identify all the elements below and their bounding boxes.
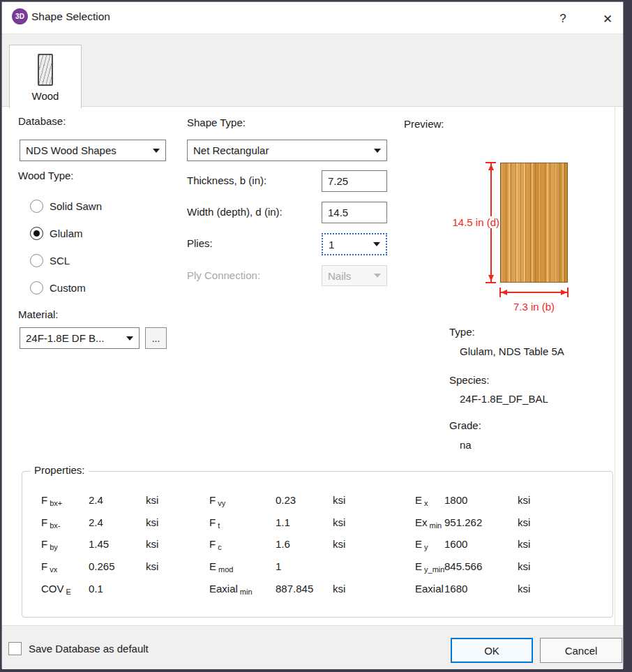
dim-line-horizontal [499,292,569,293]
type-value: Glulam, NDS Table 5A [460,345,564,357]
width-depth-input[interactable]: 14.5 [322,202,387,223]
radio-circle-icon [30,254,43,267]
shape-type-dropdown[interactable]: Net Rectangular [187,140,387,161]
tab-wood-label: Wood [32,90,59,102]
ply-connection-dropdown[interactable]: Nails [322,265,387,286]
property-value: 1680 [444,583,467,595]
radio-circle-icon [30,227,43,240]
chevron-down-icon [374,274,381,278]
property-label: Fby [41,538,58,550]
property-value: 2.4 [89,494,103,506]
radio-solid-sawn[interactable]: Solid Sawn [30,199,102,213]
species-label: Species: [449,374,490,386]
material-dropdown-value: 24F-1.8E DF B... [26,332,105,344]
property-value: 0.265 [89,560,115,572]
cancel-button[interactable]: Cancel [540,638,622,663]
dim-arrow-up-icon [488,164,494,170]
property-value: 845.566 [444,560,482,572]
property-value: 2.4 [89,516,103,528]
dim-width-label: 7.3 in (b) [500,301,568,313]
wood-section-preview-image [500,163,568,283]
dim-arrow-down-icon [488,275,494,281]
properties-group-box: Properties: Fbx+2.4ksiFvy0.23ksiEx1800ks… [22,471,613,618]
property-unit: ksi [518,583,530,595]
property-value: 1.6 [276,538,290,550]
tab-strip: Wood [2,33,623,107]
material-dropdown[interactable]: 24F-1.8E DF B... [20,327,140,349]
chevron-down-icon [373,242,380,246]
property-label: Ey [415,538,428,550]
shape-type-dropdown-value: Net Rectangular [193,144,269,156]
radio-circle-icon [30,281,43,294]
property-unit: ksi [333,583,345,595]
close-button[interactable]: ✕ [596,8,619,30]
grade-value: na [460,439,472,451]
preview-label: Preview: [404,118,444,130]
thickness-input[interactable]: 7.25 [322,170,387,192]
dim-arrow-left-icon [501,290,507,295]
property-unit: ksi [518,560,530,572]
chevron-down-icon [153,149,160,153]
property-unit: ksi [333,516,345,528]
property-unit: ksi [333,538,345,550]
plies-label: Plies: [187,237,213,249]
ok-button[interactable]: OK [451,638,533,663]
property-unit: ksi [146,560,158,572]
property-unit: ksi [518,516,530,528]
property-label: Fbx+ [41,494,62,506]
window-title: Shape Selection [31,10,110,23]
thickness-label: Thickness, b (in): [187,174,266,186]
dim-cap-right [567,288,569,297]
help-button[interactable]: ? [552,8,574,30]
property-unit: ksi [518,494,530,506]
database-dropdown-value: NDS Wood Shapes [26,144,116,156]
property-value: 1 [276,560,281,572]
property-label: Fbx- [41,516,60,528]
plies-dropdown[interactable]: 1 [322,233,387,255]
footer-bar: Save Database as default OK Cancel [2,625,623,669]
content-right-divider [615,107,615,625]
property-value: 0.1 [89,583,103,595]
property-value: 887.845 [276,583,313,595]
chevron-down-icon [374,149,381,153]
property-label: Eaxialmin [209,583,253,595]
property-label: Emod [209,560,233,572]
property-unit: ksi [146,494,158,506]
wood-type-label: Wood Type: [18,170,74,181]
property-unit: ksi [146,516,158,528]
property-value: 951.262 [444,516,482,528]
property-value: 0.23 [276,494,296,506]
property-unit: ksi [518,538,530,550]
ply-connection-label: Ply Connection: [187,269,260,281]
save-database-checkbox[interactable] [8,642,22,655]
ply-connection-dropdown-value: Nails [328,270,351,282]
app-3d-icon: 3D [12,8,28,24]
radio-glulam[interactable]: Glulam [30,226,83,240]
radio-scl[interactable]: SCL [30,253,70,267]
database-dropdown[interactable]: NDS Wood Shapes [20,140,166,161]
property-label: Eaxial [415,583,444,595]
database-label: Database: [18,115,66,127]
plies-dropdown-value: 1 [329,239,334,251]
property-label: Ex [415,494,428,506]
property-label: Exmin [415,516,442,528]
property-label: Ey_min [415,560,444,572]
properties-grid: Fbx+2.4ksiFvy0.23ksiEx1800ksiFbx-2.4ksiF… [22,472,612,617]
width-depth-label: Width (depth), d (in): [187,206,283,218]
dim-arrow-right-icon [561,290,567,295]
property-value: 1600 [444,538,467,550]
property-value: 1800 [444,494,467,506]
property-label: Fc [209,538,222,550]
material-browse-button[interactable]: ... [145,327,167,349]
property-label: COVE [41,583,71,595]
material-label: Material: [18,308,59,320]
title-bar: 3D Shape Selection ? ✕ [2,2,623,33]
species-value: 24F-1.8E_DF_BAL [460,393,548,405]
radio-label: Custom [50,282,86,294]
shape-selection-dialog: 3D Shape Selection ? ✕ Wood Database: ND… [1,1,624,669]
shape-type-label: Shape Type: [187,117,246,128]
radio-custom[interactable]: Custom [30,281,86,294]
radio-label: SCL [50,255,70,267]
tab-wood[interactable]: Wood [9,45,82,108]
property-label: Fvy [209,494,225,506]
